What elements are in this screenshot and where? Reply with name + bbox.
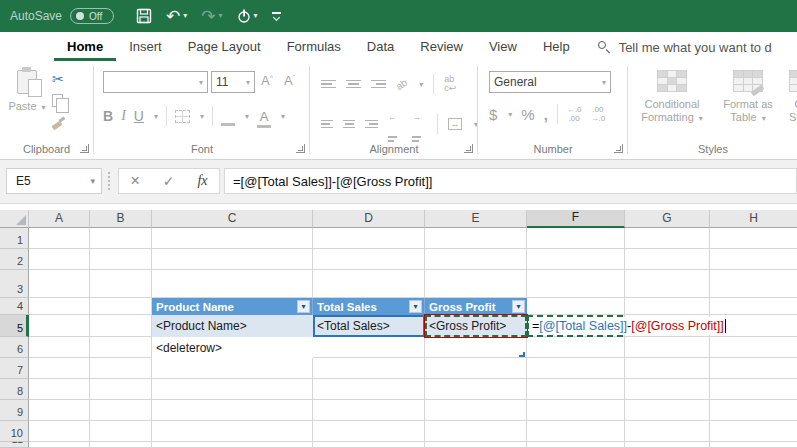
format-as-table-button[interactable]: Format as Table ▾ [717,70,779,124]
redo-button[interactable]: ↷ ▾ [201,8,222,25]
top-align-button[interactable] [321,80,336,89]
formula-bar-input[interactable]: =[@[Total Sales]]-[@[Gross Profit]] [224,168,797,194]
column-header-h[interactable]: H [710,210,797,228]
cut-button[interactable]: ✂ [52,70,69,87]
decrease-decimal-button[interactable]: .00 →.0 [591,105,606,123]
select-all-button[interactable] [0,210,29,228]
increase-decimal-button[interactable]: ←.0 .00 [567,105,582,123]
percent-button[interactable]: % [521,106,534,123]
worksheet-grid[interactable]: A B C D E F G H 1 2 3 4 5 6 7 8 9 10 11 … [0,204,797,448]
font-size-combobox[interactable]: 11 ▾ [211,71,255,93]
alignment-dialog-launcher-icon[interactable] [464,144,473,153]
tab-help[interactable]: Help [530,33,583,61]
number-dialog-launcher-icon[interactable] [614,144,623,153]
decrease-font-size-button[interactable]: Aˇ [284,73,295,88]
undo-dropdown-icon[interactable]: ▾ [183,12,187,20]
column-header-b[interactable]: B [90,210,152,228]
touch-mode-dropdown-icon[interactable]: ▾ [254,12,258,20]
column-header-e[interactable]: E [425,210,527,228]
paste-dropdown-icon[interactable]: ▾ [42,103,46,112]
increase-indent-button[interactable]: → [412,106,427,142]
align-left-button[interactable] [321,120,333,129]
cell-d5-referenced-blue[interactable]: <Total Sales> [313,315,425,337]
decrease-indent-button[interactable]: ← [388,106,403,142]
enter-button[interactable]: ✓ [163,173,175,189]
row-header-6[interactable]: 6 [0,337,29,358]
filter-dropdown-icon[interactable]: ▾ [409,300,422,313]
table-header-gross-profit[interactable]: Gross Profit ▾ [425,298,527,315]
tab-data[interactable]: Data [354,33,407,61]
cell-c5[interactable]: <Product Name> [152,315,313,337]
row-header-5-active[interactable]: 5 [0,315,29,337]
orientation-dropdown-icon[interactable]: ▾ [419,80,423,89]
row-header-11[interactable]: 11 [0,442,29,448]
merge-center-button[interactable]: ↔ [448,118,462,130]
cell-styles-button[interactable]: Cell Styles [781,70,797,124]
align-right-button[interactable] [365,120,377,129]
cell-e5-referenced-red[interactable]: <Gross Profit> [425,315,527,337]
sheet-row-9[interactable]: 9 [0,400,797,421]
tab-home[interactable]: Home [54,33,116,61]
column-header-f-active[interactable]: F [527,210,625,228]
row-header-2[interactable]: 2 [0,249,29,270]
tell-me-search[interactable]: Tell me what you want to d [597,40,772,55]
redo-dropdown-icon[interactable]: ▾ [219,12,223,20]
row-header-8[interactable]: 8 [0,379,29,400]
name-box[interactable]: E5 ▾ [6,168,102,194]
cancel-button[interactable]: × [130,172,139,190]
fill-color-dropdown-icon[interactable]: ▾ [245,112,249,121]
conditional-formatting-button[interactable]: Conditional Formatting ▾ [631,70,713,124]
column-header-d[interactable]: D [313,210,425,228]
align-center-button[interactable] [343,120,355,129]
tab-page-layout[interactable]: Page Layout [175,33,274,61]
copy-button[interactable]: ▾ [52,92,69,109]
save-button[interactable] [136,8,152,24]
currency-button[interactable]: $ [489,106,497,123]
font-dialog-launcher-icon[interactable] [296,144,305,153]
underline-button[interactable]: U [134,108,144,124]
tab-view[interactable]: View [476,33,530,61]
increase-font-size-button[interactable]: A^ [261,73,273,88]
sheet-row-6[interactable]: 6 [0,337,797,358]
sheet-row-1[interactable]: 1 [0,228,797,249]
sheet-row-2[interactable]: 2 [0,249,797,270]
tab-formulas[interactable]: Formulas [274,33,354,61]
customize-qat-button[interactable] [272,12,281,20]
paste-button[interactable]: Paste ▾ [8,70,46,142]
borders-button[interactable] [175,110,190,123]
bold-button[interactable]: B [103,108,113,124]
column-header-c[interactable]: C [152,210,313,228]
autosave-toggle[interactable]: Off [70,8,114,24]
name-box-dropdown-icon[interactable]: ▾ [90,176,101,186]
column-header-a[interactable]: A [29,210,90,228]
borders-dropdown-icon[interactable]: ▾ [200,112,204,121]
bottom-align-button[interactable] [371,80,386,89]
insert-function-button[interactable]: fx [197,173,207,189]
table-resize-handle-icon[interactable] [519,352,525,357]
currency-dropdown-icon[interactable]: ▾ [508,110,512,119]
sheet-row-7[interactable]: 7 [0,358,797,379]
table-header-total-sales[interactable]: Total Sales ▾ [313,298,425,315]
row-header-1[interactable]: 1 [0,228,29,249]
row-header-9[interactable]: 9 [0,400,29,421]
cell-c6[interactable]: <deleterow> [152,337,313,358]
tab-review[interactable]: Review [407,33,476,61]
cell-f5-formula-text[interactable]: =[@[Total Sales]]-[@[Gross Profit]] [532,318,726,334]
filter-dropdown-icon[interactable]: ▾ [297,300,310,313]
clipboard-dialog-launcher-icon[interactable] [80,144,89,153]
undo-button[interactable]: ↶ ▾ [166,8,187,25]
sheet-row-8[interactable]: 8 [0,379,797,400]
wrap-text-button[interactable]: ab c↩ [444,75,456,93]
font-color-dropdown-icon[interactable]: ▾ [281,112,285,121]
middle-align-button[interactable] [346,80,361,89]
table-header-product-name[interactable]: Product Name ▾ [152,298,313,315]
comma-style-button[interactable]: , [544,106,548,123]
column-header-g[interactable]: G [625,210,710,228]
number-format-combobox[interactable]: General ▾ [489,71,611,93]
font-color-button[interactable]: A [257,109,271,124]
underline-dropdown-icon[interactable]: ▾ [154,112,158,121]
row-header-7[interactable]: 7 [0,358,29,379]
filter-dropdown-icon[interactable]: ▾ [512,300,525,313]
touch-mouse-mode-button[interactable]: ▾ [237,9,258,24]
row-header-10[interactable]: 10 [0,421,29,442]
